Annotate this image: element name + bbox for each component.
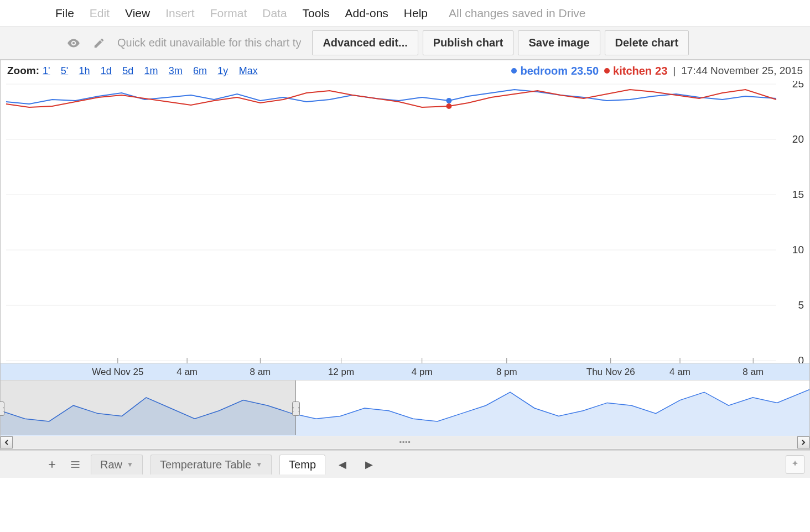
x-tick-label: 8 am xyxy=(742,367,764,378)
pencil-icon[interactable] xyxy=(92,36,106,50)
zoom-1m[interactable]: 1m xyxy=(144,65,158,76)
menu-format: Format xyxy=(210,7,247,20)
overview-shade[interactable] xyxy=(1,380,296,435)
sheet-tab-label: Temperature Table xyxy=(160,458,251,471)
x-tick-label: 12 pm xyxy=(328,367,354,378)
zoom-6m[interactable]: 6m xyxy=(193,65,207,76)
zoom-max[interactable]: Max xyxy=(239,65,258,76)
legend-separator: | xyxy=(673,65,676,77)
zoom-links: 1' 5' 1h 1d 5d 1m 3m 6m 1y Max xyxy=(43,65,266,77)
zoom-1min[interactable]: 1' xyxy=(43,65,50,76)
menu-help[interactable]: Help xyxy=(404,7,428,20)
zoom-5d[interactable]: 5d xyxy=(122,65,133,76)
svg-point-22 xyxy=(446,103,451,109)
chart-plot[interactable]: 0510152025 xyxy=(1,81,809,363)
scroll-grip-icon: ▪▪▪▪ xyxy=(399,438,411,446)
legend-bedroom-value: 23.50 xyxy=(571,65,599,77)
legend-bedroom: bedroom 23.50 xyxy=(511,65,599,77)
save-image-button[interactable]: Save image xyxy=(518,30,600,55)
svg-text:0: 0 xyxy=(798,354,804,363)
sheet-tab-label: Temp xyxy=(289,458,316,471)
sheet-tab-temp[interactable]: Temp xyxy=(279,455,325,474)
sheet-tab-label: Raw xyxy=(100,458,122,471)
save-status: All changes saved in Drive xyxy=(449,7,585,20)
svg-point-21 xyxy=(446,98,451,103)
quick-edit-msg: Quick edit unavailable for this chart ty xyxy=(117,36,301,49)
zoom-3m[interactable]: 3m xyxy=(169,65,183,76)
all-sheets-button[interactable] xyxy=(68,457,83,472)
h-scrollbar[interactable]: ▪▪▪▪ xyxy=(1,435,809,450)
zoom-1h[interactable]: 1h xyxy=(79,65,90,76)
dot-icon xyxy=(604,68,610,74)
chart-header: Zoom: 1' 5' 1h 1d 5d 1m 3m 6m 1y Max bed… xyxy=(1,60,809,81)
chevron-down-icon[interactable]: ▼ xyxy=(127,461,133,468)
overview-handle-right[interactable]: ⋮⋮ xyxy=(292,401,300,416)
sheet-tabs-bar: Raw ▼ Temperature Table ▼ Temp ◀ ▶ xyxy=(0,450,810,478)
menu-addons[interactable]: Add-ons xyxy=(345,7,388,20)
menu-file[interactable]: File xyxy=(55,7,74,20)
zoom-5min[interactable]: 5' xyxy=(61,65,68,76)
chart-overview[interactable]: ⋮⋮ ⋮⋮ xyxy=(1,380,809,435)
menu-edit: Edit xyxy=(90,7,110,20)
legend-kitchen-value: 23 xyxy=(655,65,667,77)
chevron-down-icon[interactable]: ▼ xyxy=(256,461,262,468)
svg-text:20: 20 xyxy=(792,133,804,145)
legend-kitchen: kitchen 23 xyxy=(604,65,667,77)
scroll-track[interactable]: ▪▪▪▪ xyxy=(13,436,797,448)
add-sheet-button[interactable] xyxy=(44,457,60,472)
sheet-tab-raw[interactable]: Raw ▼ xyxy=(91,455,143,474)
svg-text:5: 5 xyxy=(798,299,804,311)
sheet-tab-temperature-table[interactable]: Temperature Table ▼ xyxy=(150,455,272,474)
x-tick-label: 8 pm xyxy=(496,367,517,378)
legend-timestamp: 17:44 November 25, 2015 xyxy=(681,65,803,77)
x-tick-label: 4 pm xyxy=(412,367,433,378)
delete-chart-button[interactable]: Delete chart xyxy=(605,30,689,55)
tab-nav-right[interactable]: ▶ xyxy=(360,458,378,471)
x-tick-label: 8 am xyxy=(250,367,271,378)
chart-toolbar: Quick edit unavailable for this chart ty… xyxy=(0,27,810,60)
menu-tools[interactable]: Tools xyxy=(303,7,330,20)
svg-text:10: 10 xyxy=(792,244,804,255)
x-tick-label: 4 am xyxy=(176,367,198,378)
overview-handle-left[interactable]: ⋮⋮ xyxy=(0,401,4,416)
tab-nav-left[interactable]: ◀ xyxy=(333,458,352,471)
svg-text:15: 15 xyxy=(792,189,804,200)
x-tick-label: Wed Nov 25 xyxy=(92,367,143,378)
chart-container: Zoom: 1' 5' 1h 1d 5d 1m 3m 6m 1y Max bed… xyxy=(0,60,810,450)
zoom-1y[interactable]: 1y xyxy=(217,65,228,76)
scroll-left-button[interactable] xyxy=(1,436,13,448)
legend-kitchen-name: kitchen xyxy=(613,65,652,77)
menu-view[interactable]: View xyxy=(125,7,150,20)
eye-icon[interactable] xyxy=(66,36,81,50)
x-tick-label: 4 am xyxy=(669,367,690,378)
chart-toolbar-buttons: Advanced edit... Publish chart Save imag… xyxy=(312,30,689,55)
scroll-right-button[interactable] xyxy=(797,436,809,448)
zoom-label: Zoom: xyxy=(7,65,39,77)
menubar: File Edit View Insert Format Data Tools … xyxy=(0,0,810,27)
chart-legend: bedroom 23.50 kitchen 23 | 17:44 Novembe… xyxy=(511,65,803,77)
legend-bedroom-name: bedroom xyxy=(520,65,568,77)
dot-icon xyxy=(511,68,517,74)
explore-button[interactable] xyxy=(786,455,804,474)
menu-data: Data xyxy=(262,7,287,20)
advanced-edit-button[interactable]: Advanced edit... xyxy=(312,30,418,55)
svg-text:25: 25 xyxy=(792,81,804,90)
publish-chart-button[interactable]: Publish chart xyxy=(423,30,514,55)
chart-x-axis: Wed Nov 254 am8 am12 pm4 pm8 pmThu Nov 2… xyxy=(1,363,809,380)
zoom-1d[interactable]: 1d xyxy=(101,65,112,76)
x-tick-label: Thu Nov 26 xyxy=(586,367,635,378)
menu-insert: Insert xyxy=(165,7,195,20)
